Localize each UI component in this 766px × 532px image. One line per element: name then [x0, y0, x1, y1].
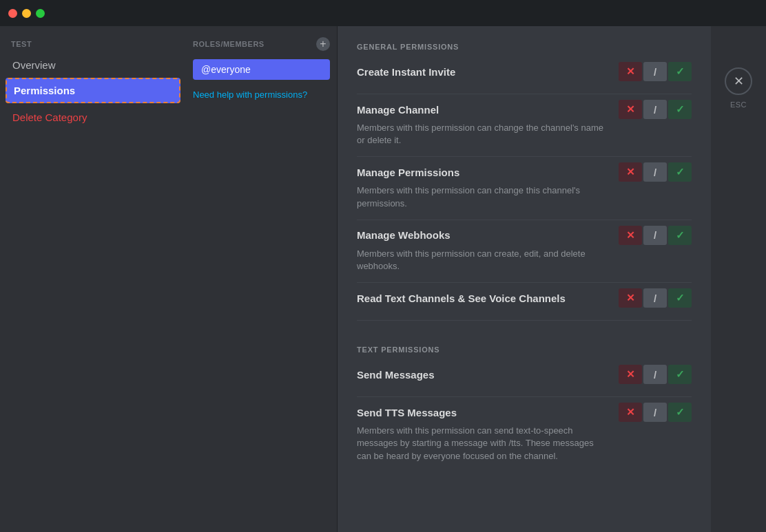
toggle-allow-send-messages[interactable]: ✓ — [668, 365, 692, 384]
permission-name-create-instant-invite: Create Instant Invite — [357, 66, 455, 78]
permission-row-create-instant-invite: Create Instant Invite ✕ / ✓ — [357, 62, 692, 94]
toggle-group-send-messages: ✕ / ✓ — [619, 365, 692, 384]
section-separator — [357, 326, 692, 343]
general-permissions-section-title: GENERAL PERMISSIONS — [357, 43, 692, 51]
permission-name-manage-webhooks: Manage Webhooks — [357, 229, 451, 241]
permission-row-manage-permissions: Manage Permissions ✕ / ✓ Members with th… — [357, 162, 692, 220]
permission-desc-manage-permissions: Members with this permission can change … — [357, 184, 605, 209]
sidebar: TEST Overview Permissions Delete Categor… — [0, 26, 186, 532]
delete-category-button[interactable]: Delete Category — [6, 106, 180, 129]
toggle-neutral-send-messages[interactable]: / — [643, 365, 667, 384]
traffic-lights — [8, 9, 45, 18]
esc-close-button[interactable]: ✕ — [725, 67, 752, 95]
add-role-button[interactable]: + — [316, 37, 330, 51]
permission-row-manage-webhooks: Manage Webhooks ✕ / ✓ Members with this … — [357, 226, 692, 283]
toggle-neutral-create-instant-invite[interactable]: / — [643, 62, 667, 81]
main-content: TEST Overview Permissions Delete Categor… — [0, 26, 766, 532]
permission-row-send-messages: Send Messages ✕ / ✓ — [357, 365, 692, 397]
maximize-button[interactable] — [36, 9, 45, 18]
toggle-deny-read-text-channels[interactable]: ✕ — [619, 288, 642, 308]
permission-desc-send-tts-messages: Members with this permission can send te… — [357, 425, 605, 462]
toggle-neutral-read-text-channels[interactable]: / — [643, 288, 667, 308]
permissions-panel: GENERAL PERMISSIONS Create Instant Invit… — [338, 26, 711, 532]
permission-desc-manage-channel: Members with this permission can change … — [357, 122, 605, 147]
toggle-deny-manage-channel[interactable]: ✕ — [619, 100, 642, 119]
permission-header: Manage Webhooks ✕ / ✓ — [357, 226, 692, 245]
toggle-neutral-manage-channel[interactable]: / — [643, 100, 667, 119]
permission-name-manage-channel: Manage Channel — [357, 104, 439, 116]
permission-header: Read Text Channels & See Voice Channels … — [357, 288, 692, 308]
sidebar-section-label: TEST — [6, 40, 180, 48]
titlebar — [0, 0, 766, 26]
sidebar-item-overview[interactable]: Overview — [6, 54, 180, 76]
text-permissions-section-title: TEXT PERMISSIONS — [357, 345, 692, 354]
toggle-allow-send-tts-messages[interactable]: ✓ — [668, 403, 692, 422]
toggle-deny-manage-permissions[interactable]: ✕ — [619, 162, 642, 182]
permission-name-manage-permissions: Manage Permissions — [357, 167, 459, 178]
role-everyone[interactable]: @everyone — [193, 59, 330, 80]
permission-header: Manage Permissions ✕ / ✓ — [357, 162, 692, 182]
roles-header: ROLES/MEMBERS + — [193, 37, 330, 51]
esc-container: ✕ ESC — [711, 26, 766, 532]
minimize-button[interactable] — [22, 9, 31, 18]
toggle-neutral-send-tts-messages[interactable]: / — [643, 403, 667, 422]
toggle-allow-manage-webhooks[interactable]: ✓ — [668, 226, 692, 245]
close-button[interactable] — [8, 9, 17, 18]
permission-header: Create Instant Invite ✕ / ✓ — [357, 62, 692, 81]
toggle-deny-manage-webhooks[interactable]: ✕ — [619, 226, 642, 245]
toggle-deny-create-instant-invite[interactable]: ✕ — [619, 62, 642, 81]
toggle-allow-read-text-channels[interactable]: ✓ — [668, 288, 692, 308]
permission-header: Manage Channel ✕ / ✓ — [357, 100, 692, 119]
permission-name-read-text-channels: Read Text Channels & See Voice Channels — [357, 292, 566, 304]
esc-label: ESC — [730, 100, 747, 109]
permission-row-send-tts-messages: Send TTS Messages ✕ / ✓ Members with thi… — [357, 403, 692, 472]
roles-panel: ROLES/MEMBERS + @everyone Need help with… — [186, 26, 338, 532]
toggle-group-read-text-channels: ✕ / ✓ — [619, 288, 692, 308]
permission-row-manage-channel: Manage Channel ✕ / ✓ Members with this p… — [357, 100, 692, 157]
toggle-allow-manage-permissions[interactable]: ✓ — [668, 162, 692, 182]
toggle-neutral-manage-permissions[interactable]: / — [643, 162, 667, 182]
toggle-group-send-tts-messages: ✕ / ✓ — [619, 403, 692, 422]
toggle-allow-create-instant-invite[interactable]: ✓ — [668, 62, 692, 81]
help-permissions-link[interactable]: Need help with permissions? — [193, 89, 330, 100]
toggle-deny-send-messages[interactable]: ✕ — [619, 365, 642, 384]
permission-desc-manage-webhooks: Members with this permission can create,… — [357, 248, 605, 273]
toggle-deny-send-tts-messages[interactable]: ✕ — [619, 403, 642, 422]
permission-name-send-messages: Send Messages — [357, 369, 435, 381]
permission-row-read-text-channels: Read Text Channels & See Voice Channels … — [357, 288, 692, 321]
permission-header: Send TTS Messages ✕ / ✓ — [357, 403, 692, 422]
toggle-group-manage-permissions: ✕ / ✓ — [619, 162, 692, 182]
toggle-group-manage-webhooks: ✕ / ✓ — [619, 226, 692, 245]
toggle-allow-manage-channel[interactable]: ✓ — [668, 100, 692, 119]
toggle-group-manage-channel: ✕ / ✓ — [619, 100, 692, 119]
toggle-neutral-manage-webhooks[interactable]: / — [643, 226, 667, 245]
permission-header: Send Messages ✕ / ✓ — [357, 365, 692, 384]
sidebar-item-permissions[interactable]: Permissions — [6, 78, 180, 103]
roles-label: ROLES/MEMBERS — [193, 40, 265, 48]
toggle-group-create-instant-invite: ✕ / ✓ — [619, 62, 692, 81]
permission-name-send-tts-messages: Send TTS Messages — [357, 407, 457, 418]
